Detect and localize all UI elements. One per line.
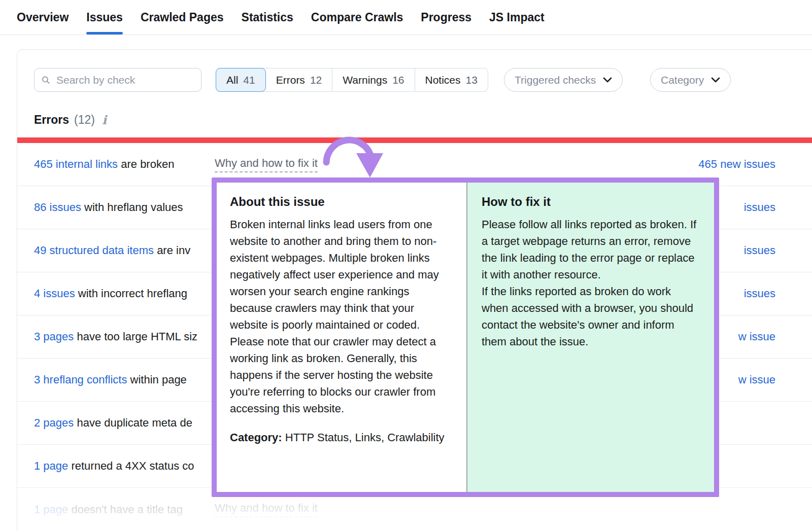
triggered-checks-dropdown[interactable]: Triggered checks [504,68,623,92]
filter-errors[interactable]: Errors 12 [266,68,332,91]
about-title: About this issue [230,195,453,209]
tab-compare-crawls[interactable]: Compare Crawls [311,0,403,34]
new-issues-link[interactable]: 465 new issues [672,158,775,171]
issue-link[interactable]: 1 page [34,459,68,473]
severity-filter: All 41 Errors 12 Warnings 16 Notices 13 [216,68,488,92]
about-paragraph: Please note that our crawler may detect … [230,333,453,417]
filter-all-label: All [226,74,238,86]
search-icon [42,75,50,86]
about-this-issue-panel: About this issue Broken internal links l… [217,183,466,492]
issue-link[interactable]: 1 page [34,503,68,516]
filter-warnings[interactable]: Warnings 16 [332,68,414,91]
search-input[interactable] [56,74,194,86]
filter-notices[interactable]: Notices 13 [415,68,488,91]
filter-all-count: 41 [243,74,255,86]
category-dropdown-label: Category [661,74,704,86]
info-icon[interactable]: i [100,113,107,127]
filter-notices-count: 13 [466,74,478,86]
category-value: HTTP Status, Links, Crawlability [282,431,445,444]
issue-link[interactable]: 3 hreflang conflicts [34,373,127,386]
issue-text: returned a 4XX status co [68,459,194,473]
category-line: Category: HTTP Status, Links, Crawlabili… [230,429,453,446]
chevron-down-icon [603,77,612,83]
how-to-fix-title: How to fix it [482,195,700,209]
issue-text: are inv [154,244,190,257]
issue-text: within page [127,373,186,386]
fix-paragraph: If the links reported as broken do work … [482,283,700,350]
issue-text: are broken [118,158,174,171]
tab-js-impact[interactable]: JS Impact [489,0,545,34]
category-dropdown[interactable]: Category [650,68,731,92]
issue-details-popup: About this issue Broken internal links l… [212,178,719,497]
about-paragraph: Broken internal links lead users from on… [230,216,453,333]
chevron-down-icon [711,77,720,83]
filter-warnings-count: 16 [392,74,404,86]
issue-link[interactable]: 49 structured data items [34,244,154,257]
fix-paragraph: Please follow all links reported as brok… [482,216,700,283]
filter-errors-count: 12 [310,74,322,86]
issue-link[interactable]: 4 issues [34,287,75,300]
site-audit-issues-page: { "nav": { "tabs": [ { "label": "Overvie… [0,0,812,531]
triggered-checks-label: Triggered checks [515,74,596,86]
issue-text: doesn't have a title tag [68,503,183,516]
search-by-check-field[interactable] [34,68,201,92]
issue-text: have too large HTML siz [74,330,197,343]
category-label: Category: [230,431,282,444]
issue-text: have duplicate meta de [74,416,192,430]
tab-crawled-pages[interactable]: Crawled Pages [141,0,224,34]
issue-link[interactable]: 86 issues [34,201,81,214]
why-how-to-fix-link[interactable]: Why and how to fix it [215,502,318,517]
tab-overview[interactable]: Overview [17,0,69,34]
issue-link[interactable]: 2 pages [34,416,74,430]
filter-notices-label: Notices [425,74,461,86]
issue-text: with hreflang values [81,201,183,214]
why-how-to-fix-link[interactable]: Why and how to fix it [215,157,318,172]
filter-all[interactable]: All 41 [216,68,266,92]
issue-link[interactable]: 3 pages [34,330,74,343]
tab-issues[interactable]: Issues [86,0,123,34]
top-navigation: Overview Issues Crawled Pages Statistics… [0,0,812,35]
errors-title: Errors [34,113,69,127]
filter-warnings-label: Warnings [343,74,387,86]
filter-errors-label: Errors [276,74,305,86]
tab-progress[interactable]: Progress [421,0,471,34]
errors-section-header: Errors (12) i [34,113,107,127]
error-severity-bar [17,137,812,143]
errors-count: (12) [74,113,95,127]
issue-link[interactable]: 465 internal links [34,158,118,171]
how-to-fix-panel: How to fix it Please follow all links re… [466,183,714,492]
curved-arrow-icon [314,123,400,180]
tab-statistics[interactable]: Statistics [242,0,293,34]
issue-text: with incorrect hreflang [75,287,187,300]
